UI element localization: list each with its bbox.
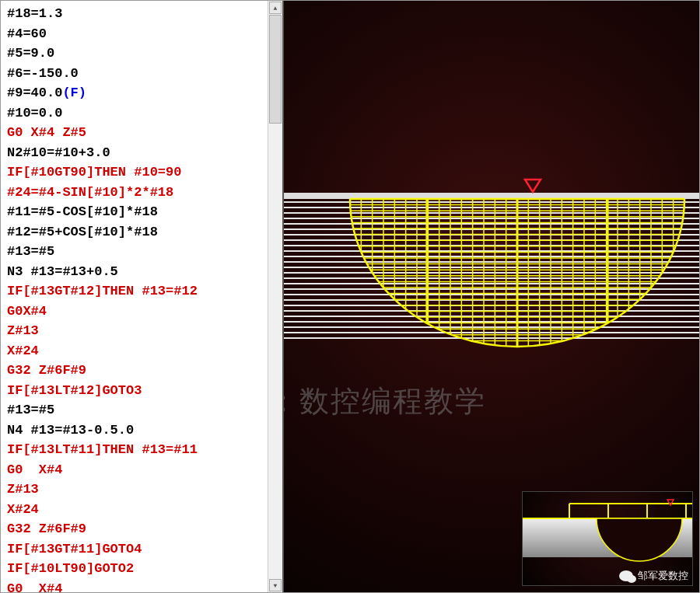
gcode-line[interactable]: #11=#5-COS[#10]*#18 [7, 202, 282, 222]
gcode-line[interactable]: #4=60 [7, 24, 282, 44]
gcode-line[interactable]: G0 X#4 Z#5 [7, 123, 282, 143]
gcode-line[interactable]: N4 #13=#13-0.5.0 [7, 420, 282, 441]
scroll-thumb[interactable] [269, 15, 282, 124]
svg-marker-88 [525, 180, 541, 192]
gcode-lines: #18=1.3#4=60#5=9.0#6=-150.0#9=40.0(F)#10… [7, 4, 282, 592]
scroll-track[interactable] [268, 15, 282, 578]
scroll-down-icon[interactable]: ▼ [269, 579, 282, 591]
wechat-text: 邹军爱数控 [638, 569, 688, 583]
gcode-line[interactable]: #6=-150.0 [7, 64, 282, 84]
gcode-line[interactable]: #5=9.0 [7, 44, 282, 64]
editor-scrollbar[interactable]: ▲ ▼ [268, 1, 282, 592]
gcode-line[interactable]: #13=#5 [7, 242, 282, 262]
gcode-line[interactable]: IF[#13GT#12]THEN #13=#12 [7, 281, 282, 302]
gcode-line[interactable]: Z#13 [7, 321, 282, 341]
gcode-line[interactable]: G0X#4 [7, 302, 282, 322]
gcode-line[interactable]: G32 Z#6F#9 [7, 361, 282, 381]
gcode-line[interactable]: #13=#5 [7, 400, 282, 420]
gcode-line[interactable]: IF[#13LT#12]GOTO3 [7, 381, 282, 401]
gcode-line[interactable]: #18=1.3 [7, 4, 282, 24]
gcode-line[interactable]: #12=#5+COS[#10]*#18 [7, 222, 282, 242]
wechat-attribution: 邹军爱数控 [619, 569, 688, 583]
gcode-line[interactable]: Z#13 [7, 480, 282, 500]
gcode-line[interactable]: N3 #13=#13+0.5 [7, 262, 282, 282]
gcode-line[interactable]: #24=#4-SIN[#10]*2*#18 [7, 183, 282, 203]
gcode-line[interactable]: N2#10=#10+3.0 [7, 143, 282, 163]
gcode-line[interactable]: IF[#10GT90]THEN #10=90 [7, 162, 282, 183]
gcode-line[interactable]: X#24 [7, 341, 282, 361]
simulation-view[interactable]: 邹军爱数控 微信公众号：数控编程教学 [282, 1, 699, 592]
gcode-line[interactable]: IF[#13LT#11]THEN #13=#11 [7, 440, 282, 460]
gcode-line[interactable]: IF[#10LT90]GOTO2 [7, 559, 282, 579]
gcode-line[interactable]: #9=40.0(F) [7, 83, 282, 103]
gcode-line[interactable]: X#24 [7, 500, 282, 520]
gcode-line[interactable]: IF[#13GT#11]GOTO4 [7, 539, 282, 560]
gcode-line[interactable]: G32 Z#6F#9 [7, 519, 282, 539]
wechat-icon [619, 570, 633, 581]
gcode-editor[interactable]: #18=1.3#4=60#5=9.0#6=-150.0#9=40.0(F)#10… [1, 1, 282, 592]
gcode-line[interactable]: G0 X#4 [7, 460, 282, 480]
gcode-line[interactable]: #10=0.0 [7, 103, 282, 124]
gcode-line[interactable]: G0 X#4 [7, 579, 282, 593]
app-root: #18=1.3#4=60#5=9.0#6=-150.0#9=40.0(F)#10… [0, 0, 700, 593]
scroll-up-icon[interactable]: ▲ [269, 2, 282, 14]
